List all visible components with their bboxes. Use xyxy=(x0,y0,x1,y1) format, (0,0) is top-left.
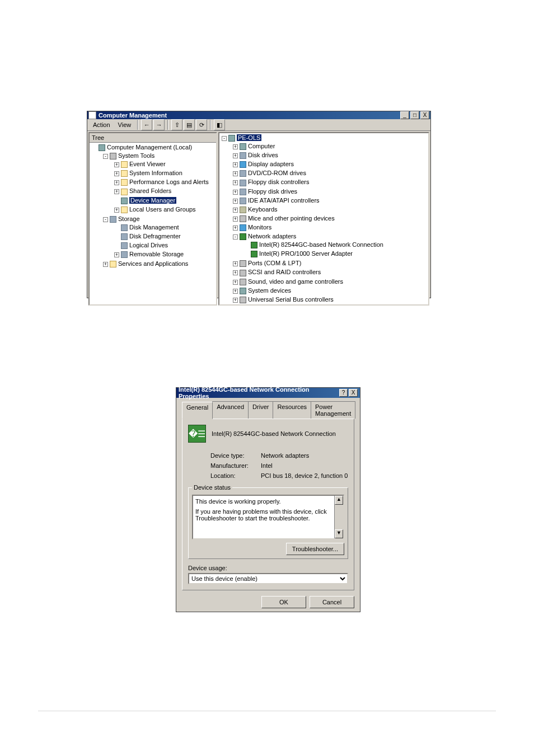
tab-advanced[interactable]: Advanced xyxy=(212,401,249,419)
cancel-button[interactable]: Cancel xyxy=(310,596,354,608)
dev-nic1[interactable]: Intel(R) 82544GC-based Network Connectio… xyxy=(242,240,428,249)
device-name: Intel(R) 82544GC-based Network Connectio… xyxy=(212,430,336,437)
computer-management-window: Computer Management _ □ X Action View ← … xyxy=(87,111,431,298)
tree-root[interactable]: Computer Management (Local) -System Tool… xyxy=(90,143,216,269)
prop-tabs: General Advanced Driver Resources Power … xyxy=(182,401,354,419)
tab-power[interactable]: Power Management xyxy=(311,401,355,419)
device-status-text: This device is working properly. If you … xyxy=(192,495,344,539)
dev-ide[interactable]: +IDE ATA/ATAPI controllers xyxy=(231,196,428,205)
status-scrollbar[interactable]: ▲ ▼ xyxy=(334,496,343,538)
device-icon: �☰ xyxy=(188,425,206,443)
show-hide-icon[interactable]: ◧ xyxy=(214,119,225,130)
up-folder-icon[interactable]: ⇧ xyxy=(171,119,182,130)
prop-titlebar[interactable]: Intel(R) 82544GC-based Network Connectio… xyxy=(176,388,360,398)
dev-monitors[interactable]: +Monitors xyxy=(231,223,428,232)
status-line1: This device is working properly. xyxy=(195,498,341,505)
properties-icon[interactable]: ▤ xyxy=(184,119,195,130)
device-status-group: Device status This device is working pro… xyxy=(188,487,348,559)
dev-floppy-ctrl[interactable]: +Floppy disk controllers xyxy=(231,177,428,186)
device-properties-window: Intel(R) 82544GC-based Network Connectio… xyxy=(176,387,360,612)
location-value: PCI bus 18, device 2, function 0 xyxy=(261,472,348,479)
tab-driver[interactable]: Driver xyxy=(248,401,273,419)
dev-floppy-drives[interactable]: +Floppy disk drives xyxy=(231,187,428,196)
tree-removable-storage[interactable]: +Removable Storage xyxy=(112,250,216,259)
dev-sound[interactable]: +Sound, video and game controllers xyxy=(231,277,428,286)
menu-action[interactable]: Action xyxy=(90,120,114,129)
device-status-legend: Device status xyxy=(192,484,232,491)
tree-system-tools[interactable]: -System Tools +Event Viewer +System Info… xyxy=(101,151,216,214)
cm-left-pane: Tree Computer Management (Local) -System… xyxy=(88,132,217,306)
status-line2: If you are having problems with this dev… xyxy=(195,508,341,522)
device-type-value: Network adapters xyxy=(261,452,309,459)
tree-storage[interactable]: -Storage Disk Management Disk Defragment… xyxy=(101,214,216,259)
page-divider xyxy=(38,711,496,711)
dev-nic2[interactable]: Intel(R) PRO/1000 Server Adapter xyxy=(242,249,428,258)
back-icon[interactable]: ← xyxy=(141,119,152,130)
help-button[interactable]: ? xyxy=(339,389,348,397)
close-button[interactable]: X xyxy=(349,389,358,397)
cm-title: Computer Management xyxy=(99,112,167,119)
dev-disk-drives[interactable]: +Disk drives xyxy=(231,151,428,159)
dev-root[interactable]: -PE-OLS +Computer +Disk drives +Display … xyxy=(219,133,428,304)
tree-services-apps[interactable]: +Services and Applications xyxy=(101,259,216,268)
tree-local-users[interactable]: +Local Users and Groups xyxy=(112,205,216,214)
cm-right-pane: -PE-OLS +Computer +Disk drives +Display … xyxy=(218,132,429,306)
cm-app-icon xyxy=(88,111,96,119)
dev-scsi[interactable]: +SCSI and RAID controllers xyxy=(231,267,428,276)
dev-network-adapters[interactable]: -Network adapters Intel(R) 82544GC-based… xyxy=(231,232,428,259)
tree-device-manager[interactable]: Device Manager xyxy=(112,196,216,205)
ok-button[interactable]: OK xyxy=(261,596,306,608)
cm-titlebar[interactable]: Computer Management _ □ X xyxy=(87,111,430,119)
tab-panel-general: �☰ Intel(R) 82544GC-based Network Connec… xyxy=(182,419,354,590)
dev-mice[interactable]: +Mice and other pointing devices xyxy=(231,214,428,223)
device-usage-select[interactable]: Use this device (enable) xyxy=(188,573,348,584)
close-button[interactable]: X xyxy=(420,111,429,119)
troubleshooter-button[interactable]: Troubleshooter... xyxy=(286,543,344,555)
cm-menubar: Action View ← → ⇧ ▤ ⟳ ◧ xyxy=(87,119,430,131)
tab-general[interactable]: General xyxy=(182,402,213,419)
device-usage-label: Device usage: xyxy=(188,565,348,571)
menu-view[interactable]: View xyxy=(115,120,135,129)
tree-shared-folders[interactable]: +Shared Folders xyxy=(112,186,216,195)
tree-disk-defragmenter[interactable]: Disk Defragmenter xyxy=(112,232,216,241)
dev-display-adapters[interactable]: +Display adapters xyxy=(231,159,428,168)
tree-logical-drives[interactable]: Logical Drives xyxy=(112,241,216,250)
tree-perf-logs[interactable]: +Performance Logs and Alerts xyxy=(112,177,216,186)
dev-keyboards[interactable]: +Keyboards xyxy=(231,205,428,214)
location-label: Location: xyxy=(210,472,261,479)
maximize-button[interactable]: □ xyxy=(410,111,419,119)
tree-system-information[interactable]: +System Information xyxy=(112,168,216,177)
cm-statusbar xyxy=(87,307,430,307)
device-type-label: Device type: xyxy=(210,452,261,459)
tree-header: Tree xyxy=(90,133,216,143)
dev-usb[interactable]: +Universal Serial Bus controllers xyxy=(231,295,428,304)
tree-event-viewer[interactable]: +Event Viewer xyxy=(112,159,216,168)
dev-ports[interactable]: +Ports (COM & LPT) xyxy=(231,259,428,267)
manufacturer-label: Manufacturer: xyxy=(210,462,261,469)
dev-system-devices[interactable]: +System devices xyxy=(231,286,428,295)
tree-disk-management[interactable]: Disk Management xyxy=(112,223,216,232)
refresh-icon[interactable]: ⟳ xyxy=(196,119,207,130)
dev-computer[interactable]: +Computer xyxy=(231,142,428,151)
tab-resources[interactable]: Resources xyxy=(273,401,311,419)
dev-dvdcd[interactable]: +DVD/CD-ROM drives xyxy=(231,168,428,177)
minimize-button[interactable]: _ xyxy=(400,111,409,119)
manufacturer-value: Intel xyxy=(261,462,273,469)
forward-icon[interactable]: → xyxy=(153,119,165,130)
